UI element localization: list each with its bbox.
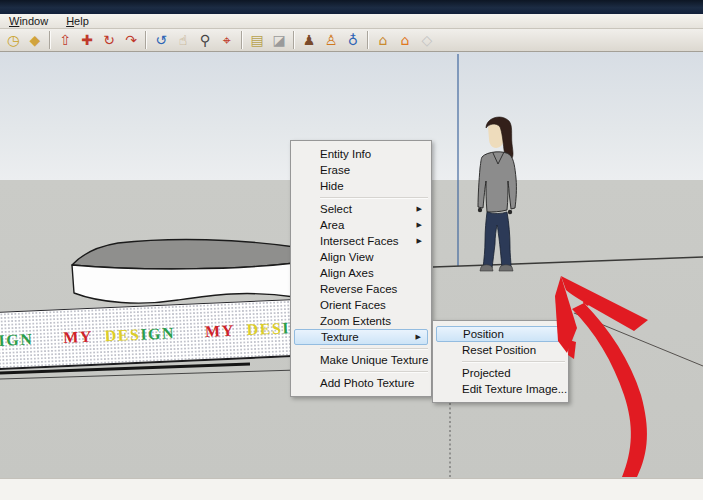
menu-item-label: Area	[320, 217, 413, 233]
menu-item-label: Reverse Faces	[320, 281, 422, 297]
look-around-icon[interactable]: ♙	[320, 30, 342, 50]
zoom-extents-icon[interactable]: ⌖	[216, 30, 238, 50]
banner-space	[93, 341, 105, 342]
pan-icon[interactable]: ☝	[172, 30, 194, 50]
viewport-3d[interactable]: MYDESIGNMYDESIGNMYDESIGNMYDESIGN Entity …	[0, 52, 703, 478]
menu-item-label: Align Axes	[320, 265, 422, 281]
menu-item-area[interactable]: Area▶	[292, 217, 430, 233]
receding-edge-line	[574, 313, 703, 366]
menu-item-erase[interactable]: Erase	[292, 162, 430, 178]
menu-item-label: Make Unique Texture	[320, 352, 428, 368]
menu-item-select[interactable]: Select▶	[292, 201, 430, 217]
menu-item-label: Hide	[320, 178, 422, 194]
menu-item-position[interactable]: Position	[436, 326, 565, 342]
person-shoe-left	[480, 265, 493, 271]
toolbar-separator	[241, 31, 243, 49]
banner-text: MYDESIGNMYDESIGNMYDESIGNMYDESIGN	[0, 310, 310, 353]
menu-bar: WindowHelp	[0, 14, 703, 29]
menu-item-label: Align View	[320, 249, 422, 265]
menu-item-add-photo-texture[interactable]: Add Photo Texture	[292, 375, 430, 391]
menu-item-zoom-extents[interactable]: Zoom Extents	[292, 313, 430, 329]
texture-submenu: PositionReset PositionProjectedEdit Text…	[432, 320, 569, 403]
position-camera-icon[interactable]: ♟	[298, 30, 320, 50]
toolbar-separator	[145, 31, 147, 49]
banner-word: MY	[63, 327, 93, 345]
menu-item-label: Intersect Faces	[320, 233, 413, 249]
curved-slab[interactable]	[72, 240, 295, 304]
horizon-edge-line	[433, 257, 703, 267]
move-icon[interactable]: ✚	[76, 30, 98, 50]
slab-front-face[interactable]	[72, 263, 295, 303]
menu-item-label: Erase	[320, 162, 422, 178]
menu-item-make-unique-texture[interactable]: Make Unique Texture	[292, 352, 430, 368]
person-hand-left	[478, 208, 482, 212]
toolbar-separator	[367, 31, 369, 49]
slab-top-face[interactable]	[72, 240, 295, 269]
google-earth-icon[interactable]: ♁	[342, 30, 364, 50]
menu-separator	[320, 197, 428, 199]
photo-texture-icon[interactable]: ▤	[246, 30, 268, 50]
menu-item-entity-info[interactable]: Entity Info	[292, 146, 430, 162]
banner-word: IGN	[140, 324, 175, 342]
tape-measure-icon[interactable]: ◷	[2, 30, 24, 50]
orbit-icon[interactable]: ↺	[150, 30, 172, 50]
menu-item-orient-faces[interactable]: Orient Faces	[292, 297, 430, 313]
person-sweater	[478, 152, 516, 212]
banner-word: DES	[246, 319, 282, 338]
status-bar	[0, 478, 703, 500]
menu-separator	[320, 371, 428, 373]
menu-item-intersect-faces[interactable]: Intersect Faces▶	[292, 233, 430, 249]
menu-item-label: Reset Position	[462, 342, 559, 358]
follow-me-icon[interactable]: ↷	[120, 30, 142, 50]
person-figure[interactable]	[478, 117, 517, 271]
model-box-disabled-icon[interactable]: ◇	[416, 30, 438, 50]
menu-item-reset-position[interactable]: Reset Position	[434, 342, 567, 358]
submenu-arrow-icon: ▶	[416, 330, 421, 344]
menu-item-label: Projected	[462, 365, 559, 381]
menu-item-label: Edit Texture Image...	[462, 381, 567, 397]
zoom-icon[interactable]: ⚲	[194, 30, 216, 50]
banner-space	[235, 335, 247, 336]
menu-item-label: Select	[320, 201, 413, 217]
paint-bucket-icon[interactable]: ◆	[24, 30, 46, 50]
menubar-item-window[interactable]: Window	[0, 14, 57, 28]
submenu-arrow-icon: ▶	[417, 201, 422, 217]
banner-space	[175, 336, 205, 337]
person-jeans	[483, 212, 511, 268]
menu-item-label: Zoom Extents	[320, 313, 422, 329]
banner-word: DES	[104, 325, 140, 344]
menu-separator	[462, 361, 565, 363]
menu-separator	[320, 348, 428, 350]
menu-item-label: Position	[463, 327, 558, 341]
menu-item-align-view[interactable]: Align View	[292, 249, 430, 265]
sketchup-window: WindowHelp ◷◆⇧✚↻↷↺☝⚲⌖▤◪♟♙♁⌂⌂◇	[0, 0, 703, 500]
rotate-icon[interactable]: ↻	[98, 30, 120, 50]
toolbar-separator	[293, 31, 295, 49]
get-models-icon[interactable]: ⌂	[372, 30, 394, 50]
banner-word: IGN	[0, 330, 34, 348]
context-menu: Entity InfoEraseHideSelect▶Area▶Intersec…	[290, 140, 432, 397]
banner-word: MY	[205, 321, 235, 339]
menu-item-label: Orient Faces	[320, 297, 422, 313]
toolbar-separator	[49, 31, 51, 49]
submenu-arrow-icon: ▶	[417, 233, 422, 249]
menu-item-label: Texture	[321, 330, 412, 344]
person-shoe-right	[499, 265, 513, 271]
menubar-item-help[interactable]: Help	[57, 14, 98, 28]
person-hand-right	[508, 210, 512, 214]
push-pull-icon[interactable]: ⇧	[54, 30, 76, 50]
menu-item-hide[interactable]: Hide	[292, 178, 430, 194]
section-plane-icon[interactable]: ◪	[268, 30, 290, 50]
menu-item-label: Entity Info	[320, 146, 422, 162]
menu-item-align-axes[interactable]: Align Axes	[292, 265, 430, 281]
menu-item-edit-texture-image[interactable]: Edit Texture Image...	[434, 381, 567, 397]
menu-item-projected[interactable]: Projected	[434, 365, 567, 381]
share-model-icon[interactable]: ⌂	[394, 30, 416, 50]
banner-space	[33, 343, 63, 344]
title-bar	[0, 0, 703, 14]
menu-item-label: Add Photo Texture	[320, 375, 422, 391]
menu-item-texture[interactable]: Texture▶	[294, 329, 428, 345]
menu-item-reverse-faces[interactable]: Reverse Faces	[292, 281, 430, 297]
toolbar: ◷◆⇧✚↻↷↺☝⚲⌖▤◪♟♙♁⌂⌂◇	[0, 29, 703, 52]
submenu-arrow-icon: ▶	[417, 217, 422, 233]
